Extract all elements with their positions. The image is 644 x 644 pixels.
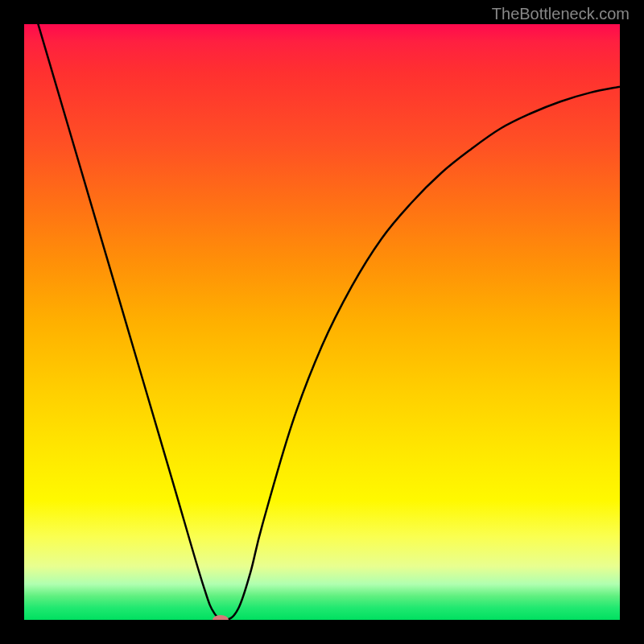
bottleneck-curve-path — [24, 24, 620, 620]
watermark-text: TheBottleneck.com — [492, 5, 630, 23]
minimum-marker — [213, 615, 229, 620]
chart-area — [24, 24, 620, 620]
curve-svg — [24, 24, 620, 620]
